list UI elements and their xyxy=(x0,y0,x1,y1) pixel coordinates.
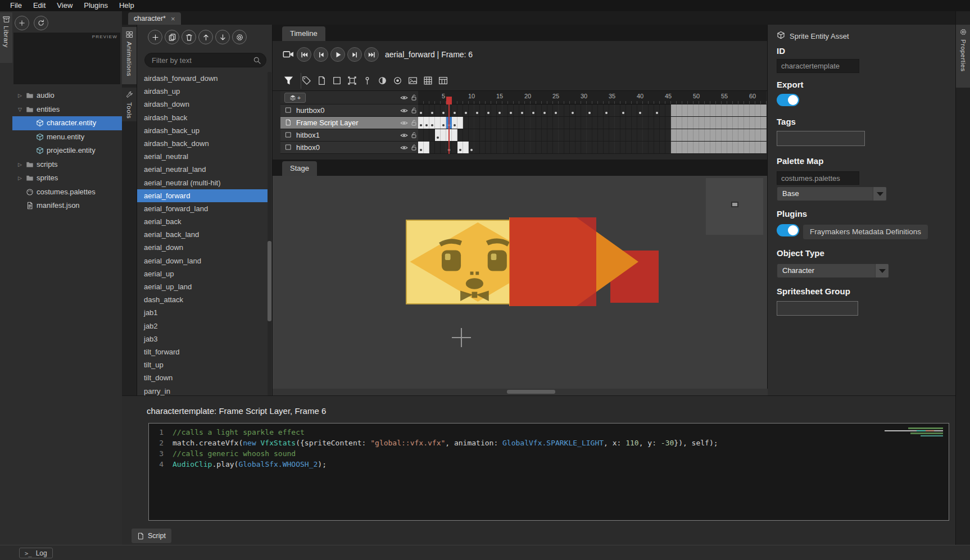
collision-box-icon[interactable] xyxy=(332,76,342,85)
tree-item-entities[interactable]: ▽entities xyxy=(12,103,122,117)
skip-start-button[interactable] xyxy=(297,47,311,62)
code-editor[interactable]: 1//calls a light sparkle effect2match.cr… xyxy=(148,423,949,521)
menu-item-plugins[interactable]: Plugins xyxy=(78,0,114,11)
tree-item-scripts[interactable]: ▷scripts xyxy=(12,158,122,172)
animation-item-airdash-back-up[interactable]: airdash_back_up xyxy=(137,124,268,137)
delete-animation-button[interactable] xyxy=(182,30,196,44)
move-up-button[interactable] xyxy=(198,30,213,44)
animation-item-airdash-forward-down[interactable]: airdash_forward_down xyxy=(137,72,268,85)
animation-item-parry-in[interactable]: parry_in xyxy=(137,385,268,396)
palette-dropdown[interactable]: Base xyxy=(777,186,887,201)
stage-horizontal-scrollbar[interactable] xyxy=(507,390,555,394)
tree-item-menu-entity[interactable]: menu.entity xyxy=(12,130,122,144)
skip-end-button[interactable] xyxy=(364,47,379,62)
playhead-marker[interactable] xyxy=(446,97,452,104)
tab-properties[interactable]: Properties xyxy=(956,25,970,88)
animation-list-scrollbar[interactable] xyxy=(268,72,271,395)
tree-item-audio[interactable]: ▷audio xyxy=(12,89,122,103)
frame-script-icon[interactable] xyxy=(317,76,327,85)
layer-frame-track[interactable] xyxy=(418,117,767,129)
animation-settings-button[interactable] xyxy=(232,30,247,44)
code-line-1[interactable]: 1//calls a light sparkle effect xyxy=(149,427,949,438)
animation-item-aerial-back-land[interactable]: aerial_back_land xyxy=(137,228,268,241)
eye-icon[interactable] xyxy=(400,107,408,115)
scrollbar-thumb[interactable] xyxy=(268,241,271,321)
lock-icon[interactable] xyxy=(410,144,418,151)
stage-canvas[interactable] xyxy=(273,176,768,395)
animation-item-jab1[interactable]: jab1 xyxy=(137,306,268,319)
animation-item-airdash-back[interactable]: airdash_back xyxy=(137,111,268,124)
animation-item-dash-attack[interactable]: dash_attack xyxy=(137,293,268,306)
frame-ruler[interactable]: 51015202530354045505560 xyxy=(418,91,767,104)
animation-item-jab3[interactable]: jab3 xyxy=(137,333,268,345)
circle-icon[interactable] xyxy=(393,76,402,85)
add-layer-button[interactable]: + xyxy=(284,93,306,103)
library-add-button[interactable] xyxy=(15,16,29,30)
animation-item-airdash-down[interactable]: airdash_down xyxy=(137,98,268,111)
animation-item-airdash-back-down[interactable]: airdash_back_down xyxy=(137,137,268,150)
timeline-layer-hitbox1[interactable]: hitbox1 xyxy=(280,129,767,142)
tree-item-manifest-json[interactable]: manifest.json xyxy=(12,199,122,213)
animation-item-aerial-back[interactable]: aerial_back xyxy=(137,215,268,228)
tab-timeline[interactable]: Timeline xyxy=(282,26,325,41)
close-tab-icon[interactable]: × xyxy=(171,15,175,23)
animation-item-tilt-down[interactable]: tilt_down xyxy=(137,371,268,384)
tab-script[interactable]: Script xyxy=(132,529,171,543)
layer-frame-track[interactable] xyxy=(418,142,767,154)
eye-icon[interactable] xyxy=(400,119,408,127)
animation-item-aerial-forward-land[interactable]: aerial_forward_land xyxy=(137,202,268,215)
library-refresh-button[interactable] xyxy=(34,16,48,30)
code-line-4[interactable]: 4AudioClip.play(GlobalSfx.WHOOSH_2); xyxy=(149,459,949,470)
duplicate-animation-button[interactable] xyxy=(165,30,179,44)
layer-frame-track[interactable] xyxy=(418,129,767,142)
lock-icon[interactable] xyxy=(410,131,418,139)
eye-icon[interactable] xyxy=(400,131,408,139)
tag-icon[interactable] xyxy=(302,76,311,85)
tree-item-costumes-palettes[interactable]: costumes.palettes xyxy=(12,185,122,199)
animation-item-aerial-down-land[interactable]: aerial_down_land xyxy=(137,254,268,267)
transform-icon[interactable] xyxy=(347,76,357,85)
prev-frame-button[interactable] xyxy=(314,47,328,62)
layer-name-cell[interactable]: hitbox0 xyxy=(280,142,418,154)
expand-arrow-icon[interactable]: ▷ xyxy=(18,89,22,103)
next-frame-button[interactable] xyxy=(347,47,362,62)
timeline-layer-frame-script-layer[interactable]: Frame Script Layer xyxy=(280,117,767,129)
tree-item-sprites[interactable]: ▷sprites xyxy=(12,171,122,185)
image-icon[interactable] xyxy=(408,76,418,85)
animation-filter-input[interactable] xyxy=(145,53,249,67)
code-line-3[interactable]: 3//calls generic whoosh sound xyxy=(149,448,949,459)
add-animation-button[interactable] xyxy=(148,30,162,44)
menu-item-help[interactable]: Help xyxy=(114,0,140,11)
spritesheet-icon[interactable] xyxy=(438,76,448,85)
onion-skin-icon[interactable] xyxy=(378,76,387,85)
eye-icon[interactable] xyxy=(400,144,408,152)
tree-item-character-entity[interactable]: character.entity xyxy=(12,116,122,130)
tags-input[interactable] xyxy=(777,131,865,146)
object-type-dropdown[interactable]: Character xyxy=(777,263,889,278)
layer-name-cell[interactable]: hurtbox0 xyxy=(280,104,418,117)
tab-tools[interactable]: Tools xyxy=(122,88,137,121)
menu-item-view[interactable]: View xyxy=(51,0,78,11)
move-down-button[interactable] xyxy=(215,30,230,44)
tab-animations[interactable]: Animations xyxy=(122,27,137,84)
animation-item-aerial-neutral[interactable]: aerial_neutral xyxy=(137,150,268,163)
log-toggle[interactable]: >_ Log xyxy=(19,548,53,558)
layer-name-cell[interactable]: Frame Script Layer xyxy=(280,117,418,129)
layer-frame-track[interactable] xyxy=(418,104,767,117)
code-line-2[interactable]: 2match.createVfx(new VfxStats({spriteCon… xyxy=(149,438,949,448)
tab-library[interactable]: Library xyxy=(0,12,12,63)
menu-item-file[interactable]: File xyxy=(4,0,28,11)
animation-item-aerial-up[interactable]: aerial_up xyxy=(137,267,268,280)
filter-icon[interactable] xyxy=(283,75,294,86)
point-icon[interactable] xyxy=(362,76,372,85)
export-toggle[interactable] xyxy=(777,94,799,106)
animation-item-aerial-neutral-land[interactable]: aerial_neutral_land xyxy=(137,163,268,176)
grid-icon[interactable] xyxy=(423,76,433,85)
layer-name-cell[interactable]: hitbox1 xyxy=(280,129,418,142)
lock-icon[interactable] xyxy=(410,107,418,114)
animation-item-aerial-up-land[interactable]: aerial_up_land xyxy=(137,280,268,293)
spritesheet-group-input[interactable] xyxy=(777,301,858,316)
timeline-layer-hurtbox0[interactable]: hurtbox0 xyxy=(280,104,767,117)
timeline-layer-hitbox0[interactable]: hitbox0 xyxy=(280,142,767,154)
animation-item-tilt-up[interactable]: tilt_up xyxy=(137,358,268,371)
